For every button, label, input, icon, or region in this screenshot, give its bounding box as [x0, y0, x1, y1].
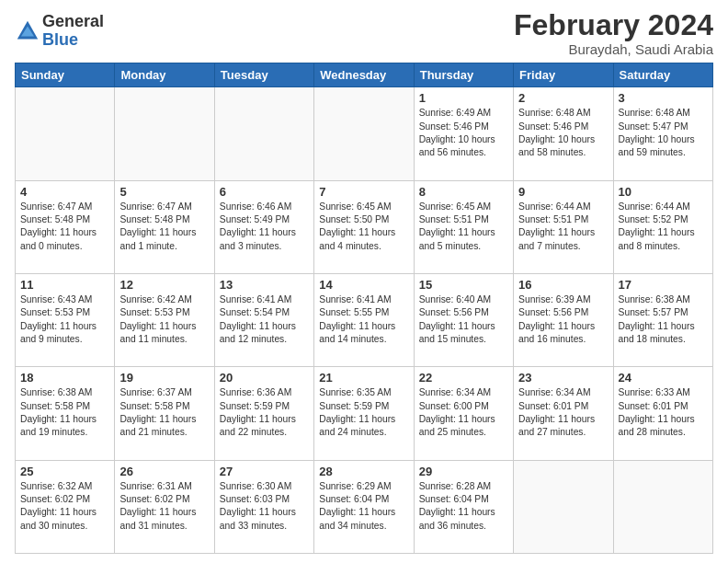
calendar-table: SundayMondayTuesdayWednesdayThursdayFrid… [15, 63, 713, 554]
calendar-day-cell: 4Sunrise: 6:47 AM Sunset: 5:48 PM Daylig… [16, 180, 115, 273]
day-number: 11 [20, 278, 109, 292]
calendar-day-cell: 6Sunrise: 6:46 AM Sunset: 5:49 PM Daylig… [214, 180, 313, 273]
day-info: Sunrise: 6:32 AM Sunset: 6:02 PM Dayligh… [20, 480, 109, 534]
calendar-header-row: SundayMondayTuesdayWednesdayThursdayFrid… [16, 63, 713, 87]
calendar-header-thursday: Thursday [414, 63, 513, 87]
day-info: Sunrise: 6:49 AM Sunset: 5:46 PM Dayligh… [419, 107, 508, 160]
calendar-day-cell: 19Sunrise: 6:37 AM Sunset: 5:58 PM Dayli… [115, 367, 214, 460]
calendar-day-cell: 20Sunrise: 6:36 AM Sunset: 5:59 PM Dayli… [214, 367, 313, 460]
calendar-week-row: 25Sunrise: 6:32 AM Sunset: 6:02 PM Dayli… [16, 460, 713, 553]
calendar-day-cell: 18Sunrise: 6:38 AM Sunset: 5:58 PM Dayli… [16, 367, 115, 460]
month-year-title: February 2024 [514, 9, 713, 41]
day-info: Sunrise: 6:41 AM Sunset: 5:55 PM Dayligh… [319, 293, 408, 347]
day-info: Sunrise: 6:48 AM Sunset: 5:47 PM Dayligh… [619, 107, 708, 160]
day-number: 26 [119, 465, 209, 478]
day-info: Sunrise: 6:40 AM Sunset: 5:56 PM Dayligh… [419, 293, 508, 347]
calendar-day-cell: 16Sunrise: 6:39 AM Sunset: 5:56 PM Dayli… [514, 273, 613, 366]
calendar-day-cell: 23Sunrise: 6:34 AM Sunset: 6:01 PM Dayli… [514, 367, 613, 460]
day-number: 29 [419, 465, 508, 478]
day-info: Sunrise: 6:43 AM Sunset: 5:53 PM Dayligh… [20, 293, 109, 347]
calendar-day-cell: 22Sunrise: 6:34 AM Sunset: 6:00 PM Dayli… [414, 367, 513, 460]
day-info: Sunrise: 6:38 AM Sunset: 5:58 PM Dayligh… [20, 386, 109, 440]
logo-blue-text: Blue [42, 31, 104, 50]
calendar-day-cell: 3Sunrise: 6:48 AM Sunset: 5:47 PM Daylig… [613, 87, 712, 180]
calendar-day-cell: 25Sunrise: 6:32 AM Sunset: 6:02 PM Dayli… [16, 460, 115, 553]
header: General Blue February 2024 Buraydah, Sau… [15, 9, 713, 57]
calendar-week-row: 11Sunrise: 6:43 AM Sunset: 5:53 PM Dayli… [16, 273, 713, 366]
day-number: 9 [518, 185, 608, 199]
day-info: Sunrise: 6:34 AM Sunset: 6:00 PM Dayligh… [419, 386, 508, 440]
day-number: 6 [220, 185, 309, 199]
calendar-header-monday: Monday [115, 63, 214, 87]
day-info: Sunrise: 6:41 AM Sunset: 5:54 PM Dayligh… [220, 293, 309, 347]
day-info: Sunrise: 6:30 AM Sunset: 6:03 PM Dayligh… [220, 480, 309, 534]
day-info: Sunrise: 6:33 AM Sunset: 6:01 PM Dayligh… [619, 386, 708, 440]
title-block: February 2024 Buraydah, Saudi Arabia [514, 9, 713, 57]
calendar-header-saturday: Saturday [613, 63, 712, 87]
day-info: Sunrise: 6:45 AM Sunset: 5:50 PM Dayligh… [319, 201, 408, 254]
calendar-week-row: 4Sunrise: 6:47 AM Sunset: 5:48 PM Daylig… [16, 180, 713, 273]
day-info: Sunrise: 6:47 AM Sunset: 5:48 PM Dayligh… [119, 201, 209, 254]
logo-text: General Blue [42, 13, 104, 50]
location-subtitle: Buraydah, Saudi Arabia [514, 41, 713, 57]
calendar-header-wednesday: Wednesday [314, 63, 414, 87]
day-number: 17 [619, 278, 708, 292]
page: General Blue February 2024 Buraydah, Sau… [0, 0, 728, 563]
calendar-day-cell: 8Sunrise: 6:45 AM Sunset: 5:51 PM Daylig… [414, 180, 513, 273]
logo: General Blue [15, 13, 104, 50]
day-number: 1 [419, 91, 508, 105]
day-info: Sunrise: 6:44 AM Sunset: 5:51 PM Dayligh… [518, 201, 608, 254]
calendar-day-cell: 21Sunrise: 6:35 AM Sunset: 5:59 PM Dayli… [314, 367, 414, 460]
day-number: 18 [20, 371, 109, 385]
calendar-day-cell: 27Sunrise: 6:30 AM Sunset: 6:03 PM Dayli… [214, 460, 313, 553]
day-number: 23 [518, 371, 608, 385]
day-number: 19 [119, 371, 209, 385]
calendar-header-friday: Friday [514, 63, 613, 87]
calendar-day-cell: 7Sunrise: 6:45 AM Sunset: 5:50 PM Daylig… [314, 180, 414, 273]
day-number: 5 [119, 185, 209, 199]
day-number: 14 [319, 278, 408, 292]
day-info: Sunrise: 6:45 AM Sunset: 5:51 PM Dayligh… [419, 201, 508, 254]
calendar-header-sunday: Sunday [16, 63, 115, 87]
day-info: Sunrise: 6:44 AM Sunset: 5:52 PM Dayligh… [619, 201, 708, 254]
calendar-day-cell: 10Sunrise: 6:44 AM Sunset: 5:52 PM Dayli… [613, 180, 712, 273]
logo-general-text: General [42, 13, 104, 31]
day-number: 3 [619, 91, 708, 105]
calendar-day-cell: 12Sunrise: 6:42 AM Sunset: 5:53 PM Dayli… [115, 273, 214, 366]
day-info: Sunrise: 6:42 AM Sunset: 5:53 PM Dayligh… [119, 293, 209, 347]
day-number: 15 [419, 278, 508, 292]
calendar-day-cell [514, 460, 613, 553]
calendar-day-cell: 28Sunrise: 6:29 AM Sunset: 6:04 PM Dayli… [314, 460, 414, 553]
calendar-header-tuesday: Tuesday [214, 63, 313, 87]
day-info: Sunrise: 6:29 AM Sunset: 6:04 PM Dayligh… [319, 480, 408, 534]
day-info: Sunrise: 6:34 AM Sunset: 6:01 PM Dayligh… [518, 386, 608, 440]
day-info: Sunrise: 6:47 AM Sunset: 5:48 PM Dayligh… [20, 201, 109, 254]
calendar-day-cell: 9Sunrise: 6:44 AM Sunset: 5:51 PM Daylig… [514, 180, 613, 273]
calendar-day-cell: 15Sunrise: 6:40 AM Sunset: 5:56 PM Dayli… [414, 273, 513, 366]
day-info: Sunrise: 6:37 AM Sunset: 5:58 PM Dayligh… [119, 386, 209, 440]
calendar-day-cell: 5Sunrise: 6:47 AM Sunset: 5:48 PM Daylig… [115, 180, 214, 273]
day-number: 24 [619, 371, 708, 385]
day-info: Sunrise: 6:46 AM Sunset: 5:49 PM Dayligh… [220, 201, 309, 254]
day-info: Sunrise: 6:28 AM Sunset: 6:04 PM Dayligh… [419, 480, 508, 534]
calendar-day-cell: 1Sunrise: 6:49 AM Sunset: 5:46 PM Daylig… [414, 87, 513, 180]
day-info: Sunrise: 6:31 AM Sunset: 6:02 PM Dayligh… [119, 480, 209, 534]
calendar-day-cell: 17Sunrise: 6:38 AM Sunset: 5:57 PM Dayli… [613, 273, 712, 366]
day-info: Sunrise: 6:36 AM Sunset: 5:59 PM Dayligh… [220, 386, 309, 440]
calendar-day-cell [613, 460, 712, 553]
calendar-day-cell: 26Sunrise: 6:31 AM Sunset: 6:02 PM Dayli… [115, 460, 214, 553]
day-number: 2 [518, 91, 608, 105]
calendar-day-cell: 13Sunrise: 6:41 AM Sunset: 5:54 PM Dayli… [214, 273, 313, 366]
logo-icon [15, 18, 40, 44]
day-info: Sunrise: 6:48 AM Sunset: 5:46 PM Dayligh… [518, 107, 608, 160]
calendar-week-row: 18Sunrise: 6:38 AM Sunset: 5:58 PM Dayli… [16, 367, 713, 460]
day-number: 7 [319, 185, 408, 199]
calendar-day-cell: 2Sunrise: 6:48 AM Sunset: 5:46 PM Daylig… [514, 87, 613, 180]
day-number: 13 [220, 278, 309, 292]
calendar-day-cell [314, 87, 414, 180]
calendar-day-cell: 24Sunrise: 6:33 AM Sunset: 6:01 PM Dayli… [613, 367, 712, 460]
calendar-day-cell [16, 87, 115, 180]
day-number: 25 [20, 465, 109, 478]
calendar-day-cell: 11Sunrise: 6:43 AM Sunset: 5:53 PM Dayli… [16, 273, 115, 366]
day-number: 20 [220, 371, 309, 385]
